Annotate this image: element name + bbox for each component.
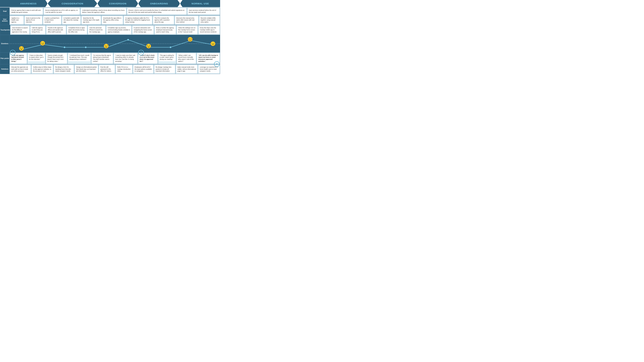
goal-card-2: Understand everything I need to know abo…	[81, 8, 126, 14]
ua-cell-9: Records multiple shifts together using m…	[199, 15, 220, 25]
ua-card-1: Goes in-person to the agency for an inte…	[25, 16, 42, 24]
goal-cell-3: Ensure I clock-in and out at exactly the…	[126, 7, 187, 15]
goal-card-1: Secure employment as a PCA with an agenc…	[44, 8, 80, 14]
tp-card-6: In-person interaction and navigating the…	[132, 26, 154, 34]
pp-card-1: "I have no idea what to expect when I go…	[28, 53, 45, 61]
sol-cell-0: Educate the agencies we work with on how…	[10, 64, 31, 74]
pp-card-7: "The app is asking for a code I wasn't g…	[159, 53, 176, 61]
badge-1-number: 1	[12, 51, 14, 54]
normaluse-label: NORMAL USE	[192, 2, 209, 5]
goal-label: Goal	[0, 7, 10, 15]
tp-card-3: Completes forms & signs paper documents …	[67, 26, 87, 34]
circle-badge-2: 2	[138, 50, 144, 55]
tp-cell-3: Completes forms & signs paper documents …	[66, 25, 88, 35]
sol-card-4: Post the wifi password in the office for…	[99, 65, 114, 73]
journey-map: AWARENESS CONSIDERATION CONVERSION ONBOA…	[0, 0, 220, 74]
phase-conversion: CONVERSION	[97, 0, 138, 7]
tp-cell-4: Uses her personal iPhone to search for t…	[88, 25, 106, 35]
pp-card-2: "Seems simple enough. Though this printe…	[46, 53, 67, 63]
sol-cell-7: Re-design Caretap intro packet to includ…	[154, 64, 176, 74]
ua-cell-4: Searches for the Caretap app in the Appl…	[81, 15, 102, 25]
pp-cell-6: 2 "What if I don't clock-in or out at th…	[138, 52, 158, 64]
goal-card-0: Find an agency that is easy to work with…	[10, 8, 42, 14]
badge-3-number: 3	[216, 63, 218, 65]
pp-card-5: "I want to make sure that I ask everythi…	[114, 53, 137, 63]
ua-card-5: Downloads the app while in the agency of…	[102, 16, 123, 24]
tp-cell-7: Texts a number the agency employee had p…	[154, 25, 176, 35]
ua-card-2: Is given a printed form to input hours r…	[44, 16, 61, 24]
tp-cell-1: Calls the agency to ask if they are hiri…	[30, 25, 46, 35]
ua-card-9: Records multiple shifts together using m…	[200, 16, 219, 24]
goal-card-4: Input services rendered before the end o…	[188, 8, 219, 14]
tp-cell-5: Completes sign-up process, communicating…	[106, 25, 132, 35]
phase-onboarding: ONBOARDING	[138, 0, 180, 7]
tp-cell-0: Uses browser to search for the different…	[10, 25, 30, 35]
touchpoints-label: Touchpoints	[0, 25, 10, 35]
sol-card-5: Refer PCAs to a Caretap introduction vid…	[116, 65, 132, 73]
emotion-face-0: 😟	[19, 46, 24, 51]
sol-card-1: Outline easy-to-follow steps on the agen…	[32, 65, 53, 73]
tp-card-5: Completes sign-up process, communicating…	[106, 26, 131, 34]
sol-card-2: Re-design a form for inputting hours tha…	[54, 65, 74, 73]
tp-cell-9: Every few days uses the Caretap mobile a…	[198, 25, 220, 35]
sol-cell-1: Outline easy-to-follow steps on the agen…	[31, 64, 53, 74]
sol-card-8: Make manual mode more visible. Add an in…	[176, 65, 197, 73]
tp-card-0: Uses browser to search for the different…	[11, 26, 29, 34]
sol-card-7: Re-design Caretap intro packet to includ…	[154, 65, 175, 73]
phase-awareness: AWARENESS	[10, 0, 48, 7]
emotion-face-2: 😟	[104, 43, 109, 48]
ua-card-4: Searches for the Caretap app in the Appl…	[82, 16, 100, 24]
onboarding-label: ONBOARDING	[150, 2, 168, 5]
phase-consideration: CONSIDERATION	[48, 0, 97, 7]
svg-point-8	[170, 46, 171, 48]
svg-point-3	[64, 46, 65, 48]
emotion-face-5: 😐	[210, 41, 216, 46]
pp-cell-5: "I want to make sure that I ask everythi…	[113, 52, 138, 64]
ua-cell-6: An agency employee walks the PCA through…	[123, 15, 152, 25]
conversion-label: CONVERSION	[109, 2, 126, 5]
pp-cell-8: "What a relief I can record hours manual…	[176, 52, 196, 64]
ua-cell-8: Discovers the manual entry option after …	[174, 15, 199, 25]
tp-cell-6: In-person interaction and navigating the…	[132, 25, 154, 35]
sol-card-0: Educate the agencies we work with on how…	[10, 65, 30, 73]
consideration-label: CONSIDERATION	[62, 2, 83, 5]
pp-cell-9: 3 "All I can do with Caretap is report m…	[196, 52, 220, 64]
ua-card-0: Applies to a health care agency.	[10, 16, 24, 24]
pp-cell-1: "I have no idea what to expect when I go…	[27, 52, 46, 64]
tp-card-2: Travels to the agency's offices and spea…	[46, 26, 66, 34]
tp-card-7: Texts a number the agency employee had p…	[155, 26, 176, 34]
sol-cell-8: Make manual mode more visible. Add an in…	[176, 64, 198, 74]
solutions-label: Solutions	[0, 64, 10, 74]
tp-card-9: Every few days uses the Caretap mobile a…	[199, 26, 219, 34]
pp-cell-4: "I'm nervous that the app is taking long…	[91, 52, 113, 64]
sol-cell-6: Employees will list all of the input opt…	[133, 64, 154, 74]
ua-card-6: An agency employee walks the PCA through…	[124, 16, 152, 24]
goal-cell-0: Find an agency that is easy to work with…	[10, 7, 44, 15]
pp-cell-0: 1 "Only one agency had good reviews & th…	[10, 52, 27, 64]
pain-points-label: Pain points	[0, 52, 10, 64]
ua-cell-5: Downloads the app while in the agency of…	[102, 15, 124, 25]
ua-card-8: Discovers the manual entry option after …	[175, 16, 198, 24]
awareness-label: AWARENESS	[20, 2, 37, 5]
ua-cell-0: Applies to a health care agency.	[10, 15, 24, 25]
pp-card-3: "I misheard how much I would be paid per…	[68, 53, 90, 61]
goal-card-3: Ensure I clock-in and out at exactly the…	[127, 8, 186, 14]
tp-cell-2: Travels to the agency's offices and spea…	[46, 25, 66, 35]
tp-card-4: Uses her personal iPhone to search for t…	[88, 26, 105, 34]
pp-cell-3: "I misheard how much I would be paid per…	[68, 52, 91, 64]
phase-normaluse: NORMAL USE	[180, 0, 220, 7]
pp-cell-7: "The app is asking for a code I wasn't g…	[158, 52, 176, 64]
tp-cell-8: Clicks the settings icon on the Caretap …	[176, 25, 198, 35]
ua-card-7: The PCA contacts the agency with a quest…	[153, 16, 174, 24]
goal-cell-4: Input services rendered before the end o…	[187, 7, 220, 15]
emotions-label: Emotions	[0, 35, 10, 52]
tp-card-1: Calls the agency to ask if they are hiri…	[31, 26, 45, 34]
goal-cell-1: Secure employment as a PCA with an agenc…	[43, 7, 80, 15]
sol-cell-3: Design an informational packet that clea…	[74, 64, 98, 74]
sol-card-6: Employees will list all of the input opt…	[134, 65, 153, 73]
ua-cell-1: Goes in-person to the agency for an inte…	[24, 15, 43, 25]
user-actions-label: User actions	[0, 15, 10, 25]
circle-badge-3: 3	[214, 61, 220, 67]
circle-badge-1: 1	[10, 50, 16, 55]
ua-cell-2: Is given a printed form to input hours r…	[43, 15, 62, 25]
